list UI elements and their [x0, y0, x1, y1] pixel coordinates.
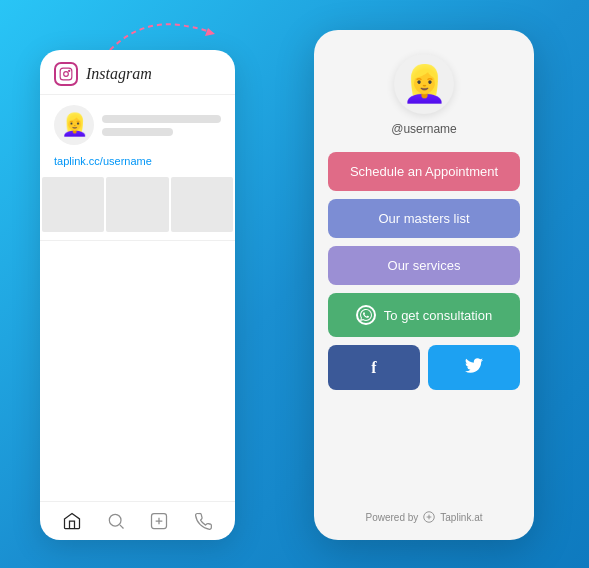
powered-by: Powered by Taplink.at [365, 510, 482, 524]
taplink-logo-icon [422, 510, 436, 524]
ig-thumb-2 [106, 177, 168, 232]
svg-point-3 [69, 70, 70, 71]
facebook-icon: f [371, 359, 376, 376]
ig-line-1 [102, 115, 221, 123]
ig-line-2 [102, 128, 173, 136]
tl-username: @username [391, 122, 457, 136]
ig-thumb-1 [42, 177, 104, 232]
instagram-title: Instagram [86, 65, 152, 83]
ig-lines [102, 115, 221, 136]
svg-point-4 [109, 514, 121, 526]
ig-divider [40, 240, 235, 241]
ig-nav-icons [40, 501, 235, 540]
svg-rect-1 [60, 68, 72, 80]
ig-thumbnails [40, 175, 235, 234]
consultation-button-label: To get consultation [384, 308, 492, 323]
ig-phone-icon[interactable] [192, 510, 214, 532]
ig-profile: 👱‍♀️ [40, 95, 235, 155]
svg-marker-0 [205, 28, 215, 36]
instagram-logo-icon [54, 62, 78, 86]
ig-profile-link[interactable]: taplink.cc/username [40, 155, 235, 175]
taplink-phone: 👱‍♀️ @username Schedule an Appointment O… [314, 30, 534, 540]
tl-avatar: 👱‍♀️ [394, 54, 454, 114]
brand-label: Taplink.at [440, 512, 482, 523]
whatsapp-icon [356, 305, 376, 325]
twitter-button[interactable] [428, 345, 520, 390]
ig-home-icon[interactable] [61, 510, 83, 532]
consultation-button[interactable]: To get consultation [328, 293, 520, 337]
ig-add-icon[interactable] [148, 510, 170, 532]
masters-list-button[interactable]: Our masters list [328, 199, 520, 238]
instagram-phone: Instagram 👱‍♀️ taplink.cc/username [40, 50, 235, 540]
social-buttons-row: f [328, 345, 520, 390]
our-services-button[interactable]: Our services [328, 246, 520, 285]
svg-point-2 [64, 72, 69, 77]
ig-thumb-3 [171, 177, 233, 232]
ig-search-icon[interactable] [105, 510, 127, 532]
powered-by-label: Powered by [365, 512, 418, 523]
ig-header: Instagram [40, 50, 235, 95]
schedule-appointment-button[interactable]: Schedule an Appointment [328, 152, 520, 191]
facebook-button[interactable]: f [328, 345, 420, 390]
twitter-icon [465, 357, 483, 377]
ig-avatar: 👱‍♀️ [54, 105, 94, 145]
